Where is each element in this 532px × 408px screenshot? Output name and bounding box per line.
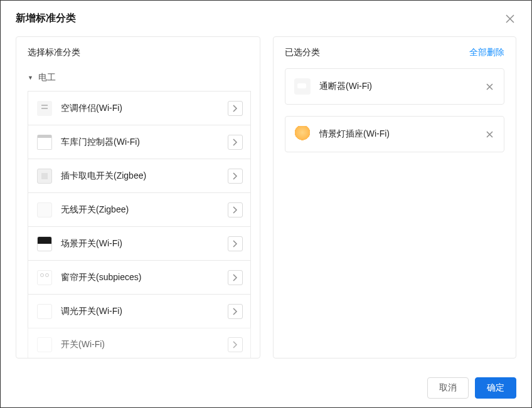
selected-item: 通断器(Wi-Fi) bbox=[285, 68, 504, 105]
list-item[interactable]: 无线开关(Zigbee) bbox=[28, 192, 251, 226]
chevron-right-icon bbox=[233, 139, 238, 146]
list-item[interactable]: 窗帘开关(subpieces) bbox=[28, 260, 251, 294]
remove-item-button[interactable] bbox=[484, 128, 495, 140]
socket-icon bbox=[37, 101, 52, 116]
chevron-right-icon bbox=[233, 105, 238, 112]
selected-item: 情景灯插座(Wi-Fi) bbox=[285, 116, 504, 152]
item-label: 插卡取电开关(Zigbee) bbox=[61, 170, 228, 182]
modal-header: 新增标准分类 bbox=[1, 1, 531, 36]
chevron-right-icon bbox=[233, 172, 238, 180]
switch-icon bbox=[37, 337, 52, 352]
item-label: 调光开关(Wi-Fi) bbox=[61, 306, 228, 317]
chevron-right-icon bbox=[233, 206, 238, 214]
modal-dialog: 新增标准分类 选择标准分类 ▼ 电工 bbox=[0, 0, 532, 408]
close-icon bbox=[506, 14, 514, 23]
tree-parent-electrical[interactable]: ▼ 电工 bbox=[28, 68, 251, 91]
left-panel-header: 选择标准分类 bbox=[16, 37, 260, 68]
item-label: 空调伴侣(Wi-Fi) bbox=[61, 103, 228, 114]
modal-footer: 取消 确定 bbox=[1, 369, 531, 407]
selected-categories-panel: 已选分类 全部删除 通断器(Wi-Fi) 情景灯插座(Wi-Fi) bbox=[273, 36, 516, 358]
modal-body: 选择标准分类 ▼ 电工 空调伴侣(Wi-Fi) bbox=[1, 36, 531, 369]
available-categories-panel: 选择标准分类 ▼ 电工 空调伴侣(Wi-Fi) bbox=[16, 36, 260, 358]
chevron-right-icon bbox=[233, 274, 238, 281]
list-item[interactable]: 插卡取电开关(Zigbee) bbox=[28, 159, 251, 192]
scene-switch-icon bbox=[37, 236, 52, 251]
right-panel-title: 已选分类 bbox=[285, 47, 320, 58]
caret-down-icon: ▼ bbox=[28, 75, 33, 81]
modal-title: 新增标准分类 bbox=[16, 12, 76, 25]
item-label: 开关(Wi-Fi) bbox=[61, 339, 228, 350]
confirm-button[interactable]: 确定 bbox=[475, 377, 516, 399]
cancel-button[interactable]: 取消 bbox=[427, 377, 469, 399]
lamp-socket-icon bbox=[294, 126, 311, 142]
add-item-button[interactable] bbox=[228, 135, 243, 150]
curtain-switch-icon bbox=[37, 270, 52, 285]
add-item-button[interactable] bbox=[228, 236, 243, 251]
selected-list: 通断器(Wi-Fi) 情景灯插座(Wi-Fi) bbox=[274, 68, 516, 152]
add-item-button[interactable] bbox=[228, 101, 243, 116]
add-item-button[interactable] bbox=[228, 270, 243, 285]
selected-item-label: 通断器(Wi-Fi) bbox=[319, 81, 484, 92]
close-button[interactable] bbox=[504, 13, 516, 25]
right-panel-header: 已选分类 全部删除 bbox=[274, 37, 516, 68]
list-item[interactable]: 调光开关(Wi-Fi) bbox=[28, 294, 251, 328]
item-label: 无线开关(Zigbee) bbox=[61, 204, 228, 216]
right-panel-body: 通断器(Wi-Fi) 情景灯插座(Wi-Fi) bbox=[274, 68, 516, 358]
left-panel-body: ▼ 电工 空调伴侣(Wi-Fi) bbox=[16, 68, 260, 358]
category-scroll[interactable]: ▼ 电工 空调伴侣(Wi-Fi) bbox=[16, 68, 260, 358]
item-label: 车库门控制器(Wi-Fi) bbox=[61, 137, 228, 148]
left-panel-title: 选择标准分类 bbox=[28, 47, 80, 58]
category-list: 空调伴侣(Wi-Fi) 车库门控制器(Wi-Fi) bbox=[28, 91, 251, 358]
item-label: 窗帘开关(subpieces) bbox=[61, 272, 228, 283]
delete-all-button[interactable]: 全部删除 bbox=[469, 47, 504, 58]
item-label: 场景开关(Wi-Fi) bbox=[61, 238, 228, 249]
dimmer-switch-icon bbox=[37, 304, 52, 319]
add-item-button[interactable] bbox=[228, 304, 243, 319]
breaker-icon bbox=[294, 78, 311, 95]
close-icon bbox=[486, 83, 493, 90]
list-item[interactable]: 车库门控制器(Wi-Fi) bbox=[28, 125, 251, 159]
wireless-switch-icon bbox=[37, 202, 52, 217]
tree-group: ▼ 电工 空调伴侣(Wi-Fi) bbox=[28, 68, 251, 358]
chevron-right-icon bbox=[233, 308, 238, 315]
chevron-right-icon bbox=[233, 240, 238, 248]
add-item-button[interactable] bbox=[228, 169, 243, 184]
list-item[interactable]: 场景开关(Wi-Fi) bbox=[28, 226, 251, 260]
selected-item-label: 情景灯插座(Wi-Fi) bbox=[319, 128, 484, 140]
chevron-right-icon bbox=[233, 341, 238, 348]
list-item[interactable]: 开关(Wi-Fi) bbox=[28, 328, 251, 358]
add-item-button[interactable] bbox=[228, 202, 243, 217]
tree-group-label: 电工 bbox=[38, 72, 56, 83]
add-item-button[interactable] bbox=[228, 337, 243, 352]
remove-item-button[interactable] bbox=[484, 81, 495, 92]
garage-icon bbox=[37, 135, 52, 150]
close-icon bbox=[486, 131, 493, 138]
card-switch-icon bbox=[37, 169, 52, 184]
list-item[interactable]: 空调伴侣(Wi-Fi) bbox=[28, 91, 251, 125]
